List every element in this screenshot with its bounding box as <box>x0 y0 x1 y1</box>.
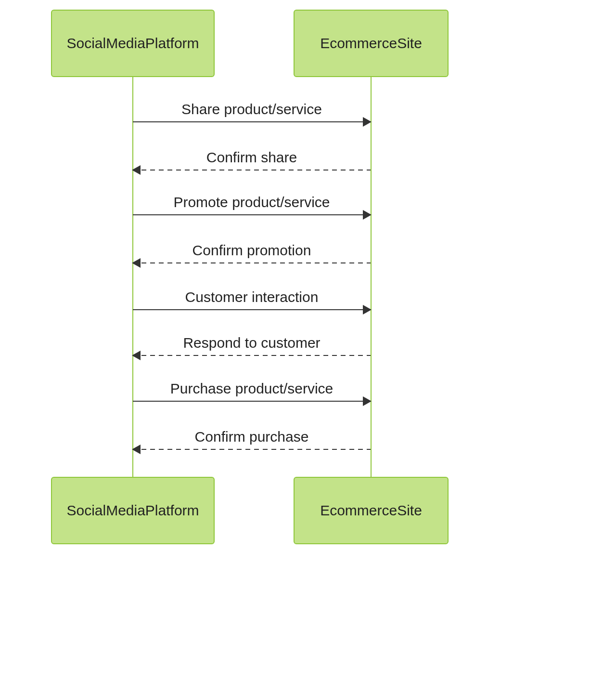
message-promote-product: Promote product/service <box>133 194 371 215</box>
arrow-left-dashed <box>133 170 371 170</box>
actor-label-left-bottom: SocialMediaPlatform <box>66 502 199 519</box>
message-label: Share product/service <box>133 101 371 118</box>
message-customer-interaction: Customer interaction <box>133 289 371 310</box>
arrowhead-left-icon <box>132 445 141 454</box>
actor-label-right-top: EcommerceSite <box>320 35 422 52</box>
actor-box-right-bottom: EcommerceSite <box>294 477 449 544</box>
message-respond-to-customer: Respond to customer <box>133 335 371 356</box>
message-confirm-purchase: Confirm purchase <box>133 429 371 450</box>
message-label: Confirm share <box>133 149 371 166</box>
actor-label-right-bottom: EcommerceSite <box>320 502 422 519</box>
arrow-right-solid <box>133 214 371 215</box>
lifeline-left <box>132 77 133 477</box>
message-purchase-product: Purchase product/service <box>133 380 371 402</box>
message-label: Customer interaction <box>133 289 371 305</box>
message-confirm-promotion: Confirm promotion <box>133 242 371 263</box>
arrowhead-right-icon <box>363 305 372 315</box>
arrowhead-right-icon <box>363 396 372 406</box>
arrow-right-solid <box>133 121 371 122</box>
actor-box-left-bottom: SocialMediaPlatform <box>51 477 215 544</box>
message-label: Promote product/service <box>133 194 371 210</box>
arrow-right-solid <box>133 401 371 402</box>
message-share-product: Share product/service <box>133 101 371 122</box>
message-label: Confirm promotion <box>133 242 371 259</box>
sequence-diagram: SocialMediaPlatform EcommerceSite Share … <box>48 10 452 544</box>
actor-box-right-top: EcommerceSite <box>294 10 449 77</box>
message-label: Confirm purchase <box>133 429 371 445</box>
arrowhead-left-icon <box>132 351 141 360</box>
arrow-right-solid <box>133 309 371 310</box>
actor-box-left-top: SocialMediaPlatform <box>51 10 215 77</box>
arrowhead-right-icon <box>363 210 372 220</box>
message-confirm-share: Confirm share <box>133 149 371 170</box>
arrowhead-right-icon <box>363 117 372 127</box>
lifeline-right <box>371 77 372 477</box>
arrow-left-dashed <box>133 449 371 450</box>
message-label: Purchase product/service <box>133 380 371 397</box>
arrowhead-left-icon <box>132 165 141 175</box>
actor-label-left-top: SocialMediaPlatform <box>66 35 199 52</box>
message-label: Respond to customer <box>133 335 371 351</box>
arrow-left-dashed <box>133 262 371 263</box>
arrowhead-left-icon <box>132 258 141 268</box>
arrow-left-dashed <box>133 355 371 356</box>
